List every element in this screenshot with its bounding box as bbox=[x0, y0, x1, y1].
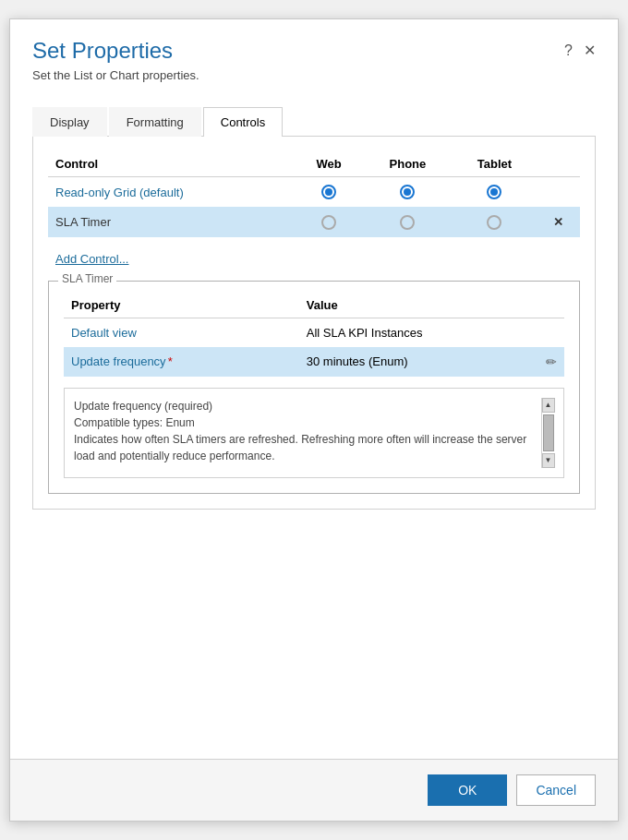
web-radio-cell-2[interactable] bbox=[295, 207, 364, 237]
table-row: SLA Timer ✕ bbox=[48, 207, 580, 237]
default-view-name-cell: Default view bbox=[64, 318, 299, 347]
dialog-title-area: Set Properties Set the List or Chart pro… bbox=[32, 38, 564, 82]
web-radio-cell-1[interactable] bbox=[295, 176, 364, 207]
read-only-grid-link[interactable]: Read-only Grid (default) bbox=[55, 186, 184, 199]
sla-timer-label: SLA Timer bbox=[55, 215, 111, 229]
dialog-title: Set Properties bbox=[32, 38, 564, 65]
required-star: * bbox=[168, 354, 173, 368]
tablet-radio-1[interactable] bbox=[487, 185, 501, 199]
dialog-footer: OK Cancel bbox=[10, 759, 618, 821]
add-control-link[interactable]: Add Control... bbox=[55, 252, 129, 266]
cancel-button[interactable]: Cancel bbox=[516, 774, 596, 806]
description-area: Update frequency (required)Compatible ty… bbox=[64, 388, 564, 478]
tab-formatting[interactable]: Formatting bbox=[109, 107, 201, 137]
tablet-radio-cell-1[interactable] bbox=[452, 176, 537, 207]
tablet-radio-cell-2[interactable] bbox=[452, 207, 537, 237]
tab-display[interactable]: Display bbox=[32, 107, 107, 137]
description-content: Update frequency (required)Compatible ty… bbox=[74, 400, 526, 462]
col-tablet: Tablet bbox=[452, 151, 537, 177]
sla-timer-name-cell: SLA Timer bbox=[48, 207, 295, 237]
phone-radio-2[interactable] bbox=[400, 215, 415, 230]
default-view-link[interactable]: Default view bbox=[71, 326, 137, 340]
table-row: Update frequency* 30 minutes (Enum) ✏ bbox=[64, 347, 564, 377]
col-web: Web bbox=[295, 151, 364, 177]
tablet-radio-2[interactable] bbox=[487, 215, 501, 230]
dialog-subtitle: Set the List or Chart properties. bbox=[32, 68, 564, 82]
web-radio-1[interactable] bbox=[321, 185, 336, 199]
tabs-bar: Display Formatting Controls bbox=[32, 106, 596, 137]
web-radio-2[interactable] bbox=[321, 215, 336, 230]
control-name-cell: Read-only Grid (default) bbox=[48, 176, 295, 207]
scroll-thumb[interactable] bbox=[543, 414, 554, 451]
col-property: Property bbox=[64, 293, 299, 318]
edit-icon[interactable]: ✏ bbox=[546, 354, 557, 369]
dialog-header-icons: ? ✕ bbox=[564, 38, 596, 59]
table-row: Default view All SLA KPI Instances bbox=[64, 318, 564, 347]
sla-timer-fieldset: SLA Timer Property Value Default view bbox=[48, 281, 580, 494]
scrollbar: ▲ ▼ bbox=[541, 398, 554, 468]
ok-button[interactable]: OK bbox=[428, 774, 507, 806]
phone-radio-cell-2[interactable] bbox=[363, 207, 452, 237]
update-frequency-link[interactable]: Update frequency* bbox=[71, 354, 173, 368]
update-freq-name-cell: Update frequency* bbox=[64, 347, 299, 377]
update-freq-value-cell: 30 minutes (Enum) ✏ bbox=[299, 347, 564, 377]
property-table: Property Value Default view All SLA KPI … bbox=[64, 293, 564, 377]
controls-panel: Control Web Phone Tablet Read-only Grid … bbox=[32, 137, 596, 510]
col-control: Control bbox=[48, 151, 295, 177]
phone-radio-cell-1[interactable] bbox=[363, 176, 452, 207]
control-table: Control Web Phone Tablet Read-only Grid … bbox=[48, 151, 580, 237]
set-properties-dialog: Set Properties Set the List or Chart pro… bbox=[9, 18, 619, 822]
scroll-up-button[interactable]: ▲ bbox=[542, 398, 555, 413]
close-icon[interactable]: ✕ bbox=[584, 42, 596, 59]
default-view-value-cell: All SLA KPI Instances bbox=[299, 318, 564, 347]
table-row: Read-only Grid (default) bbox=[48, 176, 580, 207]
col-value: Value bbox=[299, 293, 564, 318]
dialog-header: Set Properties Set the List or Chart pro… bbox=[10, 19, 618, 91]
phone-radio-1[interactable] bbox=[400, 185, 415, 199]
sla-timer-legend: SLA Timer bbox=[58, 272, 116, 285]
description-text: Update frequency (required)Compatible ty… bbox=[74, 398, 541, 468]
tab-controls[interactable]: Controls bbox=[203, 107, 283, 137]
help-icon[interactable]: ? bbox=[564, 42, 573, 59]
scroll-down-button[interactable]: ▼ bbox=[542, 453, 555, 468]
delete-row-button[interactable]: ✕ bbox=[537, 207, 580, 237]
dialog-body: Display Formatting Controls Control Web … bbox=[10, 91, 618, 759]
col-phone: Phone bbox=[363, 151, 452, 177]
